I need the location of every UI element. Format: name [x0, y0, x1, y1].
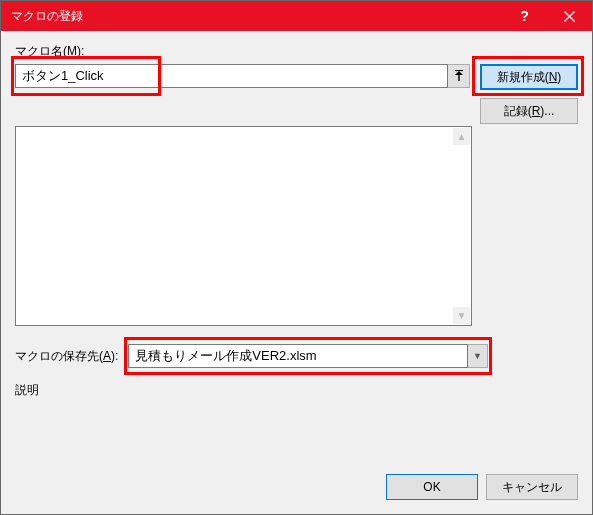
- side-buttons: 新規作成(N) 記録(R)...: [480, 64, 578, 124]
- macro-name-label: マクロ名(M):: [15, 43, 578, 60]
- new-button[interactable]: 新規作成(N): [480, 64, 578, 90]
- label-accelerator: A: [103, 349, 111, 363]
- titlebar: マクロの登録 ?: [1, 1, 592, 31]
- button-text: )...: [540, 104, 554, 118]
- macro-list[interactable]: ▲ ▼: [15, 126, 472, 326]
- macro-name-left: [15, 64, 470, 88]
- macro-name-input-wrap: [15, 64, 470, 88]
- label-text: ):: [111, 349, 118, 363]
- close-icon: [564, 11, 575, 22]
- reference-button[interactable]: [448, 64, 470, 88]
- window-title: マクロの登録: [1, 8, 502, 25]
- help-button[interactable]: ?: [502, 1, 547, 31]
- label-text: ):: [77, 44, 84, 58]
- store-label: マクロの保存先(A):: [15, 348, 118, 365]
- scroll-up-button[interactable]: ▲: [453, 128, 470, 145]
- macro-name-input[interactable]: [15, 64, 448, 88]
- store-select-wrap: 見積もりメール作成VER2.xlsm ▼: [128, 344, 488, 368]
- dialog-footer: OK キャンセル: [15, 474, 578, 500]
- store-select[interactable]: 見積もりメール作成VER2.xlsm: [128, 344, 468, 368]
- collapse-dialog-icon: [453, 70, 465, 82]
- dropdown-button[interactable]: ▼: [468, 344, 488, 368]
- store-row: マクロの保存先(A): 見積もりメール作成VER2.xlsm ▼: [15, 344, 578, 368]
- label-accelerator: M: [67, 44, 77, 58]
- description-area: [15, 399, 578, 466]
- ok-button[interactable]: OK: [386, 474, 478, 500]
- label-text: マクロの保存先(: [15, 349, 103, 363]
- chevron-down-icon: ▼: [473, 351, 482, 361]
- button-text: 記録(: [504, 104, 532, 118]
- scroll-down-button[interactable]: ▼: [453, 307, 470, 324]
- dialog-body: マクロ名(M): 新規作成(N) 記録(R)...: [1, 31, 592, 514]
- button-text: 新規作成(: [497, 70, 549, 84]
- macro-name-row: 新規作成(N) 記録(R)...: [15, 64, 578, 124]
- button-text: ): [557, 70, 561, 84]
- svg-marker-3: [455, 71, 463, 75]
- cancel-button[interactable]: キャンセル: [486, 474, 578, 500]
- description-label: 説明: [15, 382, 578, 399]
- close-button[interactable]: [547, 1, 592, 31]
- record-button[interactable]: 記録(R)...: [480, 98, 578, 124]
- dialog-window: マクロの登録 ? マクロ名(M): 新規作成(N): [0, 0, 593, 515]
- label-text: マクロ名(: [15, 44, 67, 58]
